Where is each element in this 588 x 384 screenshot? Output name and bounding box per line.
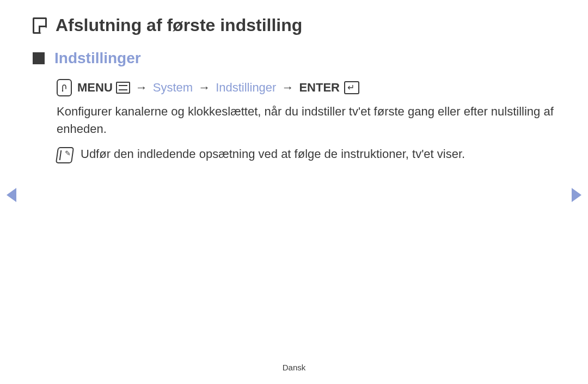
- content-area: Afslutning af første indstilling Indstil…: [0, 0, 588, 163]
- arrow-separator: →: [198, 79, 210, 96]
- note-icon: [56, 147, 74, 163]
- title-row: Afslutning af første indstilling: [33, 15, 555, 35]
- note-text: Udfør den indledende opsætning ved at fø…: [81, 145, 465, 163]
- prev-page-arrow[interactable]: [7, 188, 16, 202]
- remote-icon: [57, 79, 72, 96]
- svg-point-0: [62, 90, 63, 92]
- footer-language: Dansk: [0, 363, 588, 372]
- arrow-separator: →: [281, 79, 293, 96]
- bookmark-icon: [33, 17, 47, 34]
- section-row: Indstillinger: [33, 50, 555, 67]
- description-text: Konfigurer kanalerne og klokkeslættet, n…: [57, 103, 555, 138]
- next-page-arrow[interactable]: [572, 188, 581, 202]
- enter-label: ENTER: [299, 79, 340, 96]
- menu-path: MENU → System → Indstillinger → ENTER: [57, 79, 555, 96]
- path-indstillinger: Indstillinger: [216, 79, 276, 96]
- arrow-separator: →: [136, 79, 148, 96]
- menu-label: MENU: [77, 79, 113, 96]
- section-title: Indstillinger: [54, 50, 141, 67]
- square-bullet-icon: [33, 52, 45, 64]
- path-system: System: [153, 79, 193, 96]
- enter-icon: [344, 81, 359, 94]
- note-row: Udfør den indledende opsætning ved at fø…: [57, 145, 555, 163]
- body-block: MENU → System → Indstillinger → ENTER Ko…: [57, 79, 555, 163]
- page-title: Afslutning af første indstilling: [56, 15, 302, 35]
- menu-box-icon: [116, 82, 130, 94]
